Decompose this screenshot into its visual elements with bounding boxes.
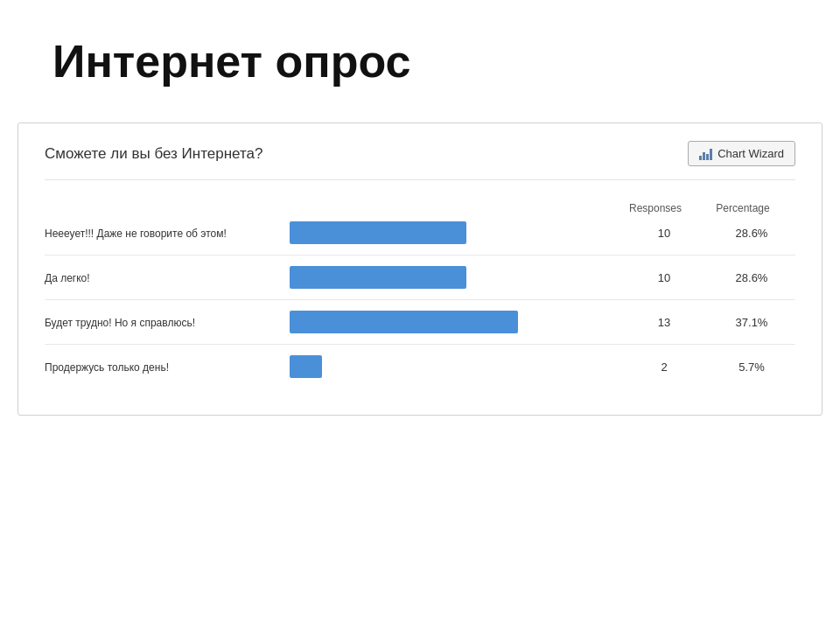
row-label: Будет трудно! Но я справлюсь! [45,317,195,329]
chart-wizard-label: Chart Wizard [718,147,784,160]
row-label: Продержусь только день! [45,361,169,374]
row-label-area: Да легко! [45,270,290,286]
bar-area [290,221,620,244]
bar [290,311,518,333]
survey-row: Неееует!!! Даже не говорите об этом! 10 … [45,221,795,244]
column-headers: Responses Percentage [45,202,795,214]
bar [290,266,466,289]
row-percentage: 28.6% [708,271,795,284]
row-divider [45,299,795,300]
survey-row: Будет трудно! Но я справлюсь! 13 37.1% [45,311,795,333]
survey-row: Да легко! 10 28.6% [45,266,795,289]
row-label-area: Будет трудно! Но я справлюсь! [45,314,290,331]
survey-rows-container: Неееует!!! Даже не говорите об этом! 10 … [45,221,795,378]
survey-container: Сможете ли вы без Интернета? Chart Wizar… [18,122,822,416]
row-responses: 10 [620,271,708,284]
bar-area [290,355,620,378]
percentage-header: Percentage [699,202,787,214]
responses-header: Responses [612,202,699,214]
bar-chart-icon [699,148,712,160]
row-data: 2 5.7% [620,360,795,374]
row-percentage: 28.6% [708,227,795,240]
row-label: Неееует!!! Даже не говорите об этом! [45,228,227,240]
row-data: 13 37.1% [620,316,795,329]
row-data: 10 28.6% [620,271,795,284]
row-responses: 13 [620,316,708,329]
bar-area [290,266,620,289]
page-title: Интернет опрос [52,35,410,88]
row-label-area: Неееует!!! Даже не говорите об этом! [45,225,290,242]
row-responses: 2 [620,360,708,374]
bar [290,355,322,378]
row-data: 10 28.6% [620,227,795,240]
row-responses: 10 [620,227,708,240]
survey-header: Сможете ли вы без Интернета? Chart Wizar… [45,141,795,180]
bar-area [290,311,620,333]
row-label-area: Продержусь только день! [45,359,290,375]
row-label: Да легко! [45,272,90,284]
row-divider [45,344,795,345]
chart-wizard-button[interactable]: Chart Wizard [688,141,795,166]
bar [290,221,466,244]
row-percentage: 5.7% [708,360,795,374]
row-percentage: 37.1% [708,316,795,329]
row-divider [45,255,795,256]
survey-question: Сможете ли вы без Интернета? [45,145,262,163]
survey-row: Продержусь только день! 2 5.7% [45,355,795,378]
